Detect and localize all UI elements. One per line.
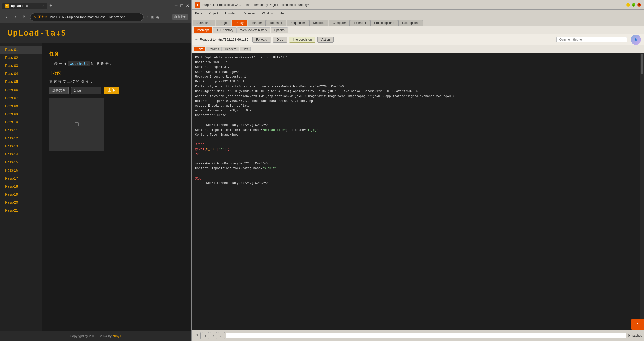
tab-project-options[interactable]: Project options: [370, 20, 398, 26]
sidebar-item-pass21[interactable]: Pass-21: [0, 206, 42, 215]
request-boundary-2: ------WebKitFormBoundaryOedY2NvgfCwwCZvO: [195, 161, 640, 166]
sidebar-item-pass17[interactable]: Pass-17: [0, 174, 42, 182]
proxy-tab-options[interactable]: Options: [271, 27, 288, 33]
forward-btn[interactable]: ›: [12, 14, 19, 21]
req-tab-hex[interactable]: Hex: [240, 47, 251, 51]
request-line-content-length: Content-Length: 317: [195, 65, 640, 70]
request-line-referer: Referer: http://192.168.66.1/upload-labs…: [195, 99, 640, 104]
menu-intruder[interactable]: Intruder: [224, 11, 237, 16]
proxy-tab-http-history[interactable]: HTTP history: [213, 27, 237, 33]
sidebar-item-pass08[interactable]: Pass-08: [0, 102, 42, 110]
nav-end-icon[interactable]: ›|: [218, 332, 225, 339]
profile-icon[interactable]: ◉: [156, 15, 160, 19]
tab-favicon: U: [5, 4, 9, 8]
sidebar-item-pass02[interactable]: Pass-02: [0, 54, 42, 62]
burp-title: Burp Suite Professional v2.0.11beta – Te…: [202, 3, 626, 7]
tab-comparer[interactable]: Comparer: [329, 20, 350, 26]
tab-proxy[interactable]: Proxy: [232, 20, 247, 26]
burp-search-input[interactable]: [226, 333, 626, 338]
upload-logo: UpLoad-la↓S: [8, 28, 184, 38]
nav-back-icon[interactable]: ‹: [202, 332, 209, 339]
sidebar-item-pass13[interactable]: Pass-13: [0, 142, 42, 150]
comment-input[interactable]: [556, 37, 627, 42]
req-tab-headers[interactable]: Headers: [222, 47, 239, 51]
burp-request-area[interactable]: POST /upload-labs-master/Pass-01/index.p…: [192, 53, 644, 330]
burp-avatar: 👤: [631, 35, 641, 45]
burp-notification-btn[interactable]: 0: [631, 319, 644, 330]
menu-window[interactable]: Window: [260, 11, 274, 16]
upload-label: 请 选 择 要 上 传 的 图 片 ：: [49, 79, 184, 84]
minimize-btn[interactable]: ─: [175, 3, 177, 8]
tab-dashboard[interactable]: Dashboard: [193, 20, 215, 26]
request-blank-2: [195, 137, 640, 142]
browser-content: UpLoad-la↓S Pass-01 Pass-02 Pass-03 Pass…: [0, 23, 191, 341]
sidebar-item-pass15[interactable]: Pass-15: [0, 158, 42, 166]
sidebar-item-pass05[interactable]: Pass-05: [0, 78, 42, 86]
address-bar[interactable]: ⚠ 不安全 192.168.66.1/upload-labs-master/Pa…: [30, 13, 144, 21]
tab-user-options[interactable]: User options: [398, 20, 423, 26]
security-icon: ⚠: [33, 15, 36, 19]
intercept-toggle-btn[interactable]: Intercept is on: [289, 37, 315, 43]
menu-burp[interactable]: Burp: [194, 11, 203, 16]
tab-decoder[interactable]: Decoder: [309, 20, 328, 26]
sidebar-item-pass04[interactable]: Pass-04: [0, 70, 42, 78]
action-btn[interactable]: Action: [317, 37, 333, 43]
burp-bottom-bar: ? ‹ › ›| 0 matches: [192, 330, 644, 341]
tab-extender[interactable]: Extender: [350, 20, 370, 26]
tab-close-btn[interactable]: ✕: [42, 4, 44, 7]
request-scrollbar[interactable]: [640, 53, 644, 330]
sidebar-item-pass12[interactable]: Pass-12: [0, 134, 42, 142]
burp-maximize-btn[interactable]: □: [632, 3, 635, 7]
extensions-icon[interactable]: ⊞: [151, 15, 154, 19]
request-php-close: ?>: [195, 152, 640, 157]
close-btn[interactable]: ✕: [186, 3, 189, 8]
sidebar-item-pass18[interactable]: Pass-18: [0, 182, 42, 190]
all-bookmarks-btn[interactable]: 所有书签: [172, 14, 188, 20]
reload-btn[interactable]: ↻: [21, 14, 28, 21]
menu-help[interactable]: Help: [278, 11, 288, 16]
burp-minimize-btn[interactable]: ─: [626, 3, 630, 7]
sidebar-item-pass07[interactable]: Pass-07: [0, 94, 42, 102]
request-line-post: POST /upload-labs-master/Pass-01/index.p…: [195, 55, 640, 60]
sidebar-item-pass06[interactable]: Pass-06: [0, 86, 42, 94]
file-choose-btn[interactable]: 选择文件: [49, 87, 69, 94]
proxy-tab-websockets[interactable]: WebSockets history: [237, 27, 270, 33]
req-tab-raw[interactable]: Raw: [194, 47, 205, 51]
browser-titlebar: U upload-labs ✕ + ─ □ ✕: [0, 0, 191, 11]
burp-close-btn[interactable]: ✕: [637, 3, 641, 7]
sidebar-item-pass10[interactable]: Pass-10: [0, 118, 42, 126]
forward-btn[interactable]: Forward: [252, 37, 271, 43]
sidebar-item-pass20[interactable]: Pass-20: [0, 198, 42, 206]
sidebar-item-pass11[interactable]: Pass-11: [0, 126, 42, 134]
tab-intruder[interactable]: Intruder: [248, 20, 266, 26]
footer-link[interactable]: c0ny1: [112, 334, 121, 338]
help-icon[interactable]: ?: [194, 332, 201, 339]
maximize-btn[interactable]: □: [180, 3, 183, 8]
sidebar-item-pass16[interactable]: Pass-16: [0, 166, 42, 174]
menu-project[interactable]: Project: [207, 11, 219, 16]
sidebar-item-pass01[interactable]: Pass-01: [0, 46, 42, 54]
nav-forward-icon[interactable]: ›: [210, 332, 217, 339]
menu-icon[interactable]: ⋮: [162, 15, 166, 19]
tab-target[interactable]: Target: [216, 20, 231, 26]
bookmark-icon[interactable]: ☆: [146, 15, 149, 19]
tab-repeater[interactable]: Repeater: [266, 20, 286, 26]
sidebar-item-pass14[interactable]: Pass-14: [0, 150, 42, 158]
upload-submit-btn[interactable]: 上传: [104, 87, 119, 94]
drop-btn[interactable]: Drop: [273, 37, 287, 43]
sidebar-item-pass09[interactable]: Pass-09: [0, 110, 42, 118]
req-tab-params[interactable]: Params: [206, 47, 222, 51]
new-tab-btn[interactable]: +: [49, 3, 52, 8]
browser-tab[interactable]: U upload-labs ✕: [2, 3, 47, 9]
tab-sequencer[interactable]: Sequencer: [287, 20, 309, 26]
footer-text: Copyright @ 2018 ~ 2024 by: [70, 334, 113, 338]
sidebar-item-pass19[interactable]: Pass-19: [0, 190, 42, 198]
back-btn[interactable]: ‹: [3, 14, 10, 21]
request-boundary-1: ------WebKitFormBoundaryOedY2NvgfCwwCZvO: [195, 123, 640, 128]
scrollbar-thumb[interactable]: [641, 54, 643, 74]
menu-repeater[interactable]: Repeater: [241, 11, 256, 16]
sidebar-item-pass03[interactable]: Pass-03: [0, 62, 42, 70]
image-preview-area: [49, 98, 104, 151]
proxy-tab-intercept[interactable]: Intercept: [194, 27, 212, 33]
upload-header: UpLoad-la↓S: [0, 23, 191, 43]
